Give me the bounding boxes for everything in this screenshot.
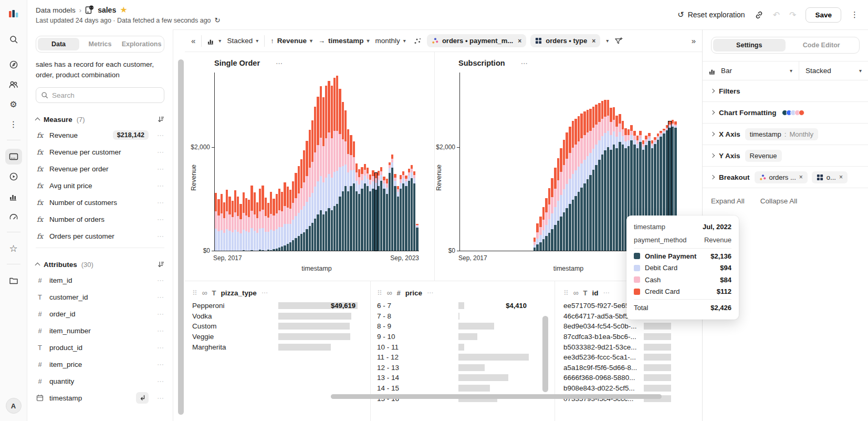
field-options-icon[interactable]: ⋯ (157, 310, 164, 318)
summary-column-header[interactable]: ⠿∞Tpizza_type⋯ (192, 286, 364, 299)
bar-chart-icon[interactable] (5, 189, 22, 204)
field-options-icon[interactable]: ⋯ (157, 232, 164, 240)
stacked-bar[interactable] (347, 129, 349, 251)
stacked-bar[interactable] (364, 164, 366, 251)
close-icon[interactable]: × (839, 173, 843, 181)
chart-formatting-section[interactable]: Chart Formatting (703, 102, 868, 124)
stacked-bar[interactable] (215, 193, 217, 251)
tab-settings[interactable]: Settings (713, 39, 786, 52)
chart-style-button[interactable]: Stacked▾ (227, 37, 258, 45)
more-vertical-icon[interactable]: ⋮ (5, 117, 22, 132)
measure-section-header[interactable]: Measure (7) (36, 112, 164, 127)
stacked-bar[interactable] (333, 78, 336, 251)
summary-row[interactable]: b908e843-d022-5cf5... (563, 383, 696, 394)
stack-mode-select[interactable]: Stacked ▾ (799, 61, 868, 80)
stacked-bar[interactable] (557, 158, 560, 251)
stacked-bar[interactable] (287, 187, 289, 251)
summary-row[interactable]: b5033382-9d21-53ce... (563, 342, 696, 352)
field-options-icon[interactable]: ⋯ (157, 182, 164, 190)
field-options-icon[interactable]: ⋯ (157, 394, 164, 402)
stacked-bar[interactable] (322, 97, 325, 251)
stacked-bar[interactable] (358, 169, 360, 251)
breakout-panel-pill-0[interactable]: orders ...× (755, 171, 808, 183)
column-options-icon[interactable]: ⋯ (262, 289, 268, 296)
stacked-bar[interactable] (295, 173, 297, 251)
breakout-pill-1[interactable]: orders • type× (530, 34, 600, 47)
summary-row[interactable]: Margherita (192, 342, 364, 352)
summary-row[interactable]: Pepperoni$49,619 (192, 301, 364, 311)
summary-row[interactable]: 6 - 7$4,410 (377, 301, 548, 311)
filters-section[interactable]: Filters (703, 80, 868, 102)
stacked-bar[interactable] (416, 224, 418, 251)
field-options-icon[interactable]: ⋯ (157, 276, 164, 284)
stacked-bar[interactable] (405, 176, 407, 251)
chart-menu-icon[interactable]: ⋯ (521, 59, 528, 67)
field-row-number-of-orders[interactable]: fxNumber of orders⋯ (36, 211, 164, 228)
stacked-bar[interactable] (391, 155, 393, 251)
field-row-item_number[interactable]: #item_number⋯ (36, 322, 164, 339)
field-row-item_price[interactable]: #item_price⋯ (36, 356, 164, 373)
field-row-number-of-customers[interactable]: fxNumber of customers⋯ (36, 194, 164, 211)
sort-icon[interactable] (157, 116, 164, 123)
summary-row[interactable]: Custom (192, 321, 364, 332)
field-options-icon[interactable]: ⋯ (157, 131, 164, 139)
stacked-bar[interactable] (619, 114, 621, 251)
stacked-bar[interactable] (328, 81, 330, 251)
stacked-bar[interactable] (539, 217, 542, 251)
stacked-bar[interactable] (250, 186, 253, 251)
vertical-scrollbar[interactable] (542, 316, 548, 392)
save-button[interactable]: Save (806, 7, 841, 23)
undo-icon[interactable]: ↶ (773, 10, 780, 20)
field-options-icon[interactable]: ⋯ (157, 148, 164, 156)
stacked-bar[interactable] (383, 177, 385, 251)
stacked-bar[interactable] (372, 170, 374, 251)
stacked-bar[interactable] (380, 167, 382, 251)
column-options-icon[interactable]: ⋯ (427, 289, 434, 296)
stacked-bar[interactable] (276, 194, 278, 251)
summary-row[interactable]: ee3d5236-fccc-5ca1-... (563, 352, 696, 363)
stacked-bar[interactable] (569, 127, 571, 251)
favorite-star-icon[interactable]: ★ (120, 6, 127, 14)
tab-code-editor[interactable]: Code Editor (786, 39, 858, 52)
favorites-star-icon[interactable]: ☆ (5, 241, 22, 256)
app-logo-icon[interactable] (5, 5, 22, 23)
stacked-bar[interactable] (574, 119, 577, 251)
gear-icon[interactable]: ⚙ (5, 97, 22, 112)
stacked-bar[interactable] (402, 171, 404, 251)
summary-row[interactable]: 13 - 14 (377, 373, 548, 383)
summary-row[interactable]: Veggie (192, 332, 364, 342)
chart-type-button[interactable]: ▾ (207, 37, 221, 45)
search-box[interactable] (36, 87, 164, 103)
field-options-icon[interactable]: ⋯ (157, 361, 164, 368)
workbook-icon[interactable] (5, 149, 22, 165)
stacked-bar[interactable] (259, 189, 261, 251)
granularity-button[interactable]: monthly▾ (375, 37, 406, 45)
stacked-bar[interactable] (339, 89, 341, 251)
stacked-bar[interactable] (336, 76, 338, 251)
stacked-bar[interactable] (542, 207, 545, 251)
stacked-bar[interactable] (273, 199, 275, 251)
x-field-button[interactable]: → timestamp▾ (318, 37, 370, 45)
folder-icon[interactable] (5, 273, 22, 289)
stacked-bar[interactable] (298, 166, 300, 251)
breadcrumb-data-models[interactable]: Data models (36, 6, 76, 14)
stacked-bar[interactable] (613, 107, 615, 251)
field-options-icon[interactable]: ⋯ (157, 344, 164, 352)
x-axis-section[interactable]: X Axis timestamp : Monthly (703, 124, 868, 145)
collapse-all-link[interactable]: Collapse All (760, 197, 798, 205)
stacked-bar[interactable] (580, 114, 583, 251)
stacked-bar[interactable] (314, 107, 316, 251)
stacked-bar[interactable] (394, 174, 396, 251)
compass-icon[interactable] (5, 57, 22, 73)
stacked-bar[interactable] (622, 121, 624, 251)
field-row-timestamp[interactable]: timestamp⋯ (36, 389, 164, 406)
stacked-bar[interactable] (378, 171, 380, 251)
stacked-bar[interactable] (306, 141, 308, 251)
user-avatar[interactable]: A (6, 398, 22, 414)
summary-row[interactable]: 87cdfca3-b1ea-5bc6-... (563, 332, 696, 342)
x-axis-pill[interactable]: timestamp : Monthly (745, 128, 818, 140)
close-icon[interactable]: × (799, 173, 803, 181)
add-filter-icon[interactable] (614, 37, 623, 45)
stacked-bar[interactable] (355, 163, 358, 251)
stacked-bar[interactable] (595, 105, 598, 251)
